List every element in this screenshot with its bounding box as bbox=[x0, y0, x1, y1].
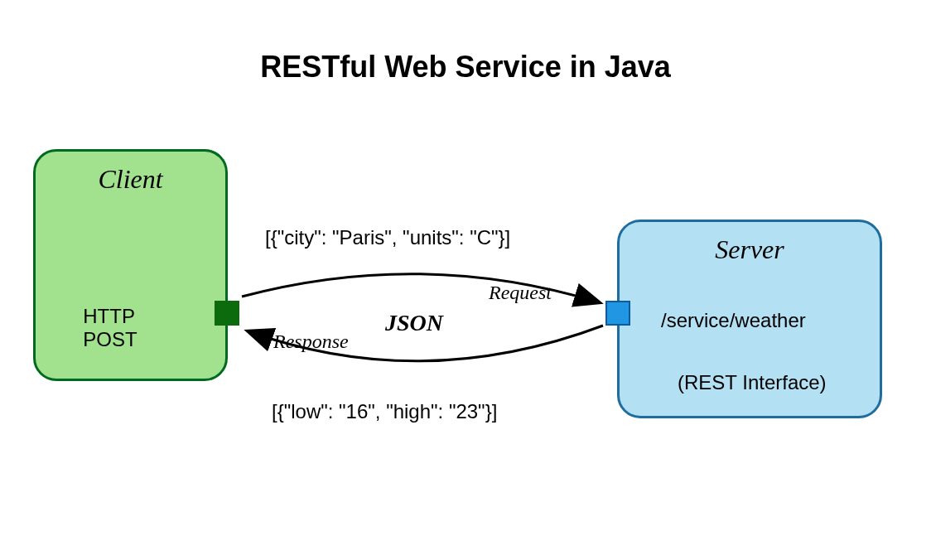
payload-format-label: JSON bbox=[385, 310, 443, 336]
client-method-label: HTTP POST bbox=[83, 305, 178, 351]
diagram-title: RESTful Web Service in Java bbox=[260, 50, 671, 84]
server-node: Server /service/weather (REST Interface) bbox=[617, 220, 882, 418]
server-title: Server bbox=[715, 234, 784, 265]
request-label: Request bbox=[489, 282, 552, 304]
server-endpoint-label: /service/weather bbox=[661, 309, 806, 332]
client-port-icon bbox=[215, 301, 239, 326]
request-payload-text: [{"city": "Paris", "units": "C"}] bbox=[265, 226, 510, 249]
response-payload-text: [{"low": "16", "high": "23"}] bbox=[272, 400, 497, 423]
client-node: Client HTTP POST bbox=[33, 149, 228, 381]
server-port-icon bbox=[605, 301, 630, 326]
server-interface-label: (REST Interface) bbox=[678, 371, 827, 394]
response-label: Response bbox=[273, 331, 349, 353]
client-title: Client bbox=[98, 164, 162, 195]
